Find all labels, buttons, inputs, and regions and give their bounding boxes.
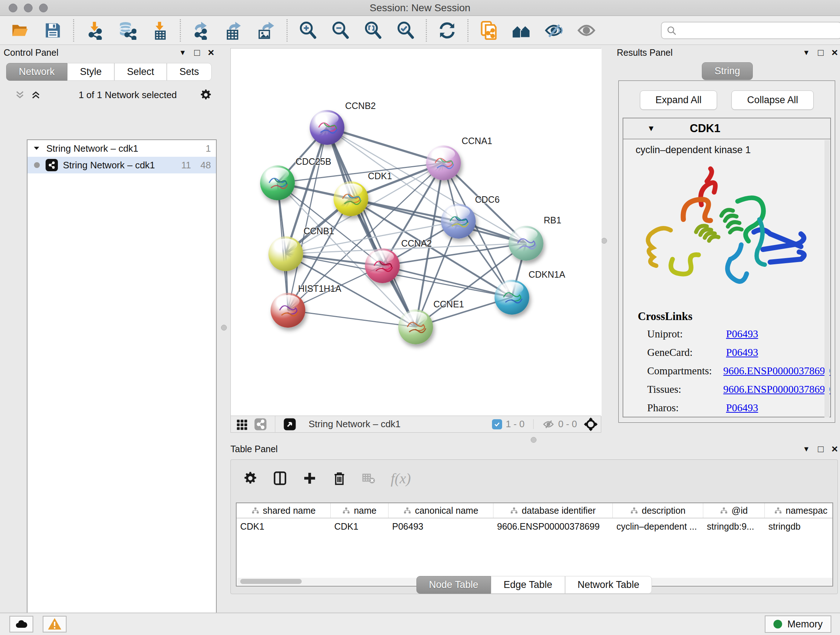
tab-network[interactable]: Network <box>6 63 67 81</box>
zoom-window-icon[interactable] <box>39 4 48 12</box>
import-database-button[interactable] <box>117 20 137 41</box>
maximize-table-icon[interactable]: □ <box>818 444 824 454</box>
column-header-canonical-name[interactable]: canonical name <box>388 503 493 518</box>
gene-section-header[interactable]: ▼ CDK1 <box>623 119 830 139</box>
maximize-panel-icon[interactable]: □ <box>194 48 200 57</box>
save-session-button[interactable] <box>43 20 63 41</box>
hide-selected-button[interactable] <box>544 20 564 41</box>
close-panel-icon[interactable]: × <box>208 47 214 58</box>
grid-view-icon[interactable] <box>236 418 248 431</box>
close-window-icon[interactable] <box>9 4 17 12</box>
network-node-CCNE1[interactable] <box>398 310 433 344</box>
delete-column-icon[interactable] <box>332 471 347 486</box>
tab-style[interactable]: Style <box>67 63 114 81</box>
show-columns-icon[interactable] <box>273 471 287 486</box>
export-table-button[interactable] <box>224 20 244 41</box>
memory-button[interactable]: Memory <box>765 616 831 633</box>
table-row[interactable]: CDK1CDK1P064939606.ENSP00000378699cyclin… <box>237 518 832 534</box>
zoom-out-button[interactable] <box>330 20 351 41</box>
table-cell[interactable]: P06493 <box>388 518 493 534</box>
crosslink-link[interactable]: P06493 <box>726 347 758 358</box>
table-cell[interactable]: stringdb:9... <box>703 518 765 534</box>
copy-network-button[interactable] <box>478 20 499 41</box>
column-header-shared-name[interactable]: shared name <box>237 503 331 518</box>
network-collection-row[interactable]: String Network – cdk1 1 <box>27 140 216 157</box>
refresh-layout-button[interactable] <box>437 20 457 41</box>
network-view-icon[interactable] <box>254 418 267 431</box>
home-button[interactable] <box>511 20 531 41</box>
network-node-CCNA2[interactable] <box>365 249 400 283</box>
table-cell[interactable]: CDK1 <box>331 518 388 534</box>
zoom-in-button[interactable] <box>298 20 318 41</box>
export-image-button[interactable] <box>256 20 276 41</box>
crosslink-link[interactable]: 9606.ENSP00000378699 <box>723 365 830 377</box>
crosslink-link[interactable]: P06493 <box>726 328 758 340</box>
left-splitter-handle[interactable] <box>221 325 227 331</box>
edge-CCNB2-CCNE1[interactable] <box>327 127 416 327</box>
right-splitter-handle[interactable] <box>601 238 607 244</box>
tab-sets[interactable]: Sets <box>167 63 212 81</box>
network-options-gear-icon[interactable] <box>200 89 212 101</box>
tab-edge-table[interactable]: Edge Table <box>491 576 565 594</box>
table-cell[interactable]: cyclin–dependent ... <box>613 518 703 534</box>
zoom-selected-button[interactable] <box>395 20 416 41</box>
expand-all-button[interactable]: Expand All <box>640 90 717 110</box>
zoom-fit-button[interactable] <box>363 20 383 41</box>
network-row[interactable]: String Network – cdk1 11 48 <box>27 157 216 173</box>
tab-network-table[interactable]: Network Table <box>565 576 652 594</box>
network-canvas[interactable]: CCNB2CCNA1CDC25BCDK1CDC6RB1CCNB1CCNA2CDK… <box>231 49 602 416</box>
edge-CCNB2-HIST1H1A[interactable] <box>288 127 327 310</box>
add-column-icon[interactable] <box>302 471 317 486</box>
table-cell[interactable]: CDK1 <box>237 518 331 534</box>
column-header-name[interactable]: name <box>331 503 388 518</box>
horizontal-splitter-handle[interactable] <box>531 437 537 443</box>
network-node-CCNA1[interactable] <box>426 146 461 180</box>
node-table[interactable]: shared namenamecanonical namedatabase id… <box>236 502 833 586</box>
maximize-results-icon[interactable]: □ <box>818 48 824 57</box>
collapse-all-icon[interactable] <box>14 89 25 100</box>
network-node-HIST1H1A[interactable] <box>271 293 305 328</box>
crosslink-link[interactable]: 9606.ENSP00000378699 <box>723 383 830 395</box>
column-header-@id[interactable]: @id <box>703 503 765 518</box>
export-network-button[interactable] <box>191 20 211 41</box>
minimize-window-icon[interactable] <box>24 4 33 12</box>
section-collapse-icon[interactable]: ▼ <box>647 124 655 133</box>
network-node-CDC6[interactable] <box>441 204 476 239</box>
expand-all-icon[interactable] <box>30 89 41 100</box>
column-header-description[interactable]: description <box>613 503 703 518</box>
show-all-button[interactable] <box>576 20 597 41</box>
window-controls[interactable] <box>9 4 48 12</box>
cloud-status-button[interactable] <box>9 616 33 632</box>
column-header-namespac[interactable]: namespac <box>765 503 833 518</box>
network-node-CDK1[interactable] <box>333 181 368 216</box>
tab-node-table[interactable]: Node Table <box>416 576 491 594</box>
network-node-CDKN1A[interactable] <box>494 280 529 315</box>
tab-string[interactable]: String <box>702 62 753 80</box>
network-node-CDC25B[interactable] <box>260 165 295 200</box>
results-scrollbar[interactable] <box>824 140 829 417</box>
network-node-CCNB1[interactable] <box>268 236 303 271</box>
crosslink-link[interactable]: P06493 <box>726 402 758 414</box>
collapse-arrow-icon[interactable] <box>33 144 41 152</box>
import-table-button[interactable] <box>149 20 170 41</box>
table-options-gear-icon[interactable] <box>243 471 257 486</box>
edge-HIST1H1A-CCNE1[interactable] <box>288 310 416 327</box>
import-network-button[interactable] <box>84 20 104 41</box>
network-node-CCNB2[interactable] <box>309 110 344 145</box>
close-results-icon[interactable]: × <box>831 47 838 58</box>
network-node-RB1[interactable] <box>508 226 543 261</box>
float-results-icon[interactable]: ▼ <box>803 49 810 56</box>
table-cell[interactable]: stringdb <box>765 518 833 534</box>
close-table-icon[interactable]: × <box>831 443 838 454</box>
column-header-database-identifier[interactable]: database identifier <box>493 503 613 518</box>
warning-status-button[interactable] <box>43 616 66 632</box>
float-panel-icon[interactable]: ▼ <box>179 49 186 56</box>
birdseye-toggle-icon[interactable] <box>283 418 296 431</box>
search-input[interactable] <box>661 22 840 39</box>
collapse-all-button[interactable]: Collapse All <box>731 90 813 110</box>
tab-select[interactable]: Select <box>114 63 167 81</box>
float-table-icon[interactable]: ▼ <box>803 445 810 453</box>
selected-checkbox-icon[interactable] <box>492 419 502 429</box>
table-cell[interactable]: 9606.ENSP00000378699 <box>493 518 613 534</box>
open-session-button[interactable] <box>10 20 30 41</box>
